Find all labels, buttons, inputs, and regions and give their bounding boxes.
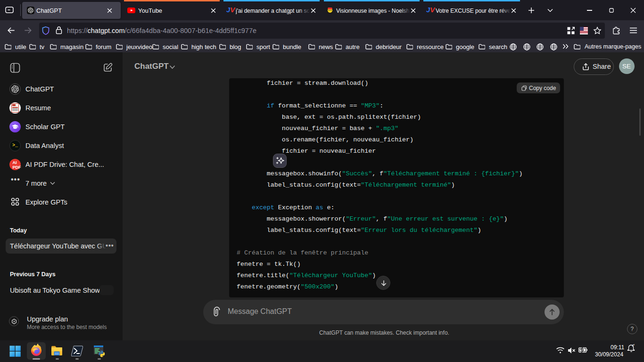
svg-text:z: z — [634, 344, 635, 346]
